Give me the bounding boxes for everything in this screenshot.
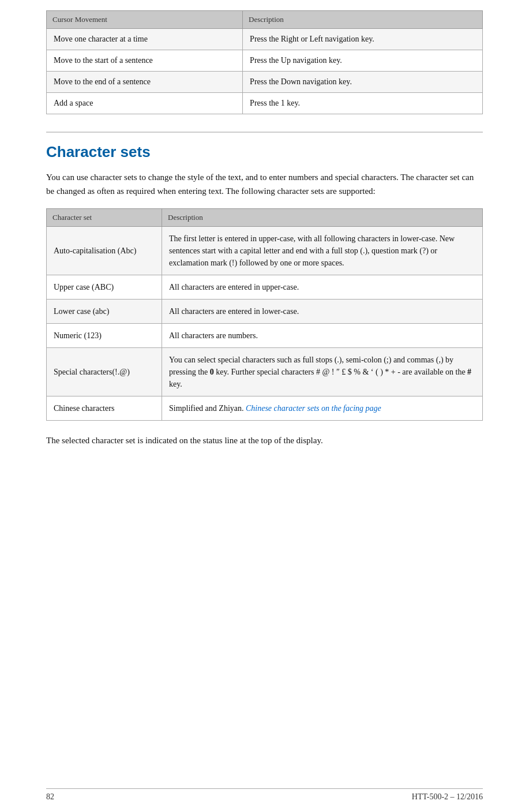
cursor-movement-cell: Move to the end of a sentence: [47, 72, 243, 93]
char-set-description-cell: All characters are entered in upper-case…: [162, 275, 483, 300]
cursor-table-row: Add a spacePress the 1 key.: [47, 93, 483, 114]
char-table-row: Special characters(!.@)You can select sp…: [47, 348, 483, 396]
cursor-table-header-movement: Cursor Movement: [47, 11, 243, 29]
character-sets-intro: You can use character sets to change the…: [46, 170, 483, 198]
char-set-name-cell: Lower case (abc): [47, 300, 162, 324]
char-set-name-cell: Special characters(!.@): [47, 348, 162, 396]
char-table-row: Auto-capitalisation (Abc)The first lette…: [47, 227, 483, 275]
cursor-movement-cell: Move to the start of a sentence: [47, 50, 243, 72]
page-footer: 82 HTT-500-2 – 12/2016: [46, 788, 483, 802]
char-set-description-cell: All characters are entered in lower-case…: [162, 300, 483, 324]
char-set-name-cell: Upper case (ABC): [47, 275, 162, 300]
char-set-name-cell: Numeric (123): [47, 324, 162, 348]
chinese-char-sets-link[interactable]: Chinese character sets on the facing pag…: [246, 404, 381, 413]
page-container: Cursor Movement Description Move one cha…: [0, 0, 529, 812]
cursor-description-cell: Press the Right or Left navigation key.: [243, 29, 483, 50]
cursor-movement-cell: Add a space: [47, 93, 243, 114]
cursor-table-header-description: Description: [243, 11, 483, 29]
character-set-table: Character set Description Auto-capitalis…: [46, 208, 483, 421]
char-table-row: Upper case (ABC)All characters are enter…: [47, 275, 483, 300]
cursor-description-cell: Press the Down navigation key.: [243, 72, 483, 93]
cursor-movement-table: Cursor Movement Description Move one cha…: [46, 10, 483, 114]
char-table-header-description: Description: [162, 209, 483, 227]
char-table-row: Lower case (abc)All characters are enter…: [47, 300, 483, 324]
document-id: HTT-500-2 – 12/2016: [412, 792, 483, 802]
char-set-description-cell: You can select special characters such a…: [162, 348, 483, 396]
cursor-description-cell: Press the Up navigation key.: [243, 50, 483, 72]
cursor-table-row: Move to the start of a sentencePress the…: [47, 50, 483, 72]
character-sets-heading: Character sets: [46, 143, 483, 161]
page-number: 82: [46, 792, 54, 802]
character-sets-footer-text: The selected character set is indicated …: [46, 433, 483, 447]
cursor-movement-cell: Move one character at a time: [47, 29, 243, 50]
char-table-row: Numeric (123)All characters are numbers.: [47, 324, 483, 348]
char-set-name-cell: Chinese characters: [47, 396, 162, 421]
char-set-description-cell: The first letter is entered in upper-cas…: [162, 227, 483, 275]
section-divider: [46, 132, 483, 133]
char-set-description-cell: Simplified and Zhiyan. Chinese character…: [162, 396, 483, 421]
char-set-description-cell: All characters are numbers.: [162, 324, 483, 348]
cursor-table-row: Move one character at a timePress the Ri…: [47, 29, 483, 50]
char-set-name-cell: Auto-capitalisation (Abc): [47, 227, 162, 275]
cursor-table-row: Move to the end of a sentencePress the D…: [47, 72, 483, 93]
cursor-description-cell: Press the 1 key.: [243, 93, 483, 114]
char-table-header-set: Character set: [47, 209, 162, 227]
char-table-row: Chinese charactersSimplified and Zhiyan.…: [47, 396, 483, 421]
